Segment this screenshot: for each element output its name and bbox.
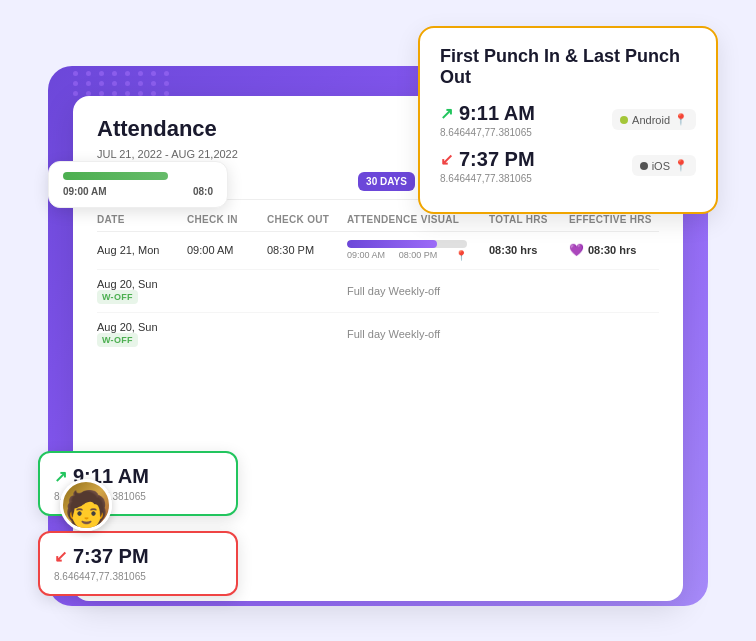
table-row: Aug 21, Mon 09:00 AM 08:30 PM 09:00 AM 0… (97, 232, 659, 270)
bottom-checkin-arrow: ↗ (54, 467, 67, 486)
row2-weekly-off: Full day Weekly-off (347, 285, 659, 297)
bar-start: 09:00 AM (347, 250, 385, 261)
location-pin-ios: 📍 (674, 159, 688, 172)
row1-date: Aug 21, Mon (97, 244, 187, 256)
col-checkout: CHECK OUT (267, 214, 347, 225)
punch-out-coords: 8.646447,77.381065 (440, 173, 535, 184)
attendance-table: DATE CHECK IN CHECK OUT ATTENDENCE VISUA… (97, 208, 659, 355)
punch-out-entry: ↙ 7:37 PM 8.646447,77.381065 iOS 📍 (440, 148, 696, 184)
android-platform: Android 📍 (612, 109, 696, 130)
punch-in-coords: 8.646447,77.381065 (440, 127, 535, 138)
ios-platform: iOS 📍 (632, 155, 696, 176)
row1-total: 08:30 hrs (489, 244, 569, 256)
ios-dot (640, 162, 648, 170)
android-dot (620, 116, 628, 124)
punch-out-time: ↙ 7:37 PM (440, 148, 535, 171)
avatar-person-icon: 🧑 (64, 492, 109, 528)
row1-checkin: 09:00 AM (187, 244, 267, 256)
punch-in-arrow: ↗ (440, 104, 453, 123)
woff-badge: W-OFF (97, 290, 138, 304)
checkin-bar (63, 172, 168, 180)
woff-badge: W-OFF (97, 333, 138, 347)
punch-in-left: ↗ 9:11 AM 8.646447,77.381065 (440, 102, 535, 138)
bar-end: 08:00 PM (399, 250, 438, 261)
dot-pattern-topleft (73, 71, 172, 96)
punch-out-arrow: ↙ (440, 150, 453, 169)
heart-icon: 💜 (569, 243, 584, 257)
bottom-checkout-arrow: ↙ (54, 547, 67, 566)
row2-date: Aug 20, Sun W-OFF (97, 278, 187, 304)
checkin-mini-popup: 09:00 AM 08:0 (48, 161, 228, 208)
bottom-punch-out-time: ↙ 7:37 PM (54, 545, 222, 568)
punch-out-left: ↙ 7:37 PM 8.646447,77.381065 (440, 148, 535, 184)
tab-30days[interactable]: 30 DAYS (358, 172, 415, 191)
bottom-punch-out-coords: 8.646447,77.381065 (54, 571, 222, 582)
col-date: DATE (97, 214, 187, 225)
avatar: 🧑 (60, 479, 112, 531)
row3-weekly-off: Full day Weekly-off (347, 328, 659, 340)
row3-date: Aug 20, Sun W-OFF (97, 321, 187, 347)
location-pin-android: 📍 (674, 113, 688, 126)
col-visual: ATTENDENCE VISUAL (347, 214, 489, 225)
col-effective: EFFECTIVE HRS (569, 214, 659, 225)
row1-visual: 09:00 AM 08:00 PM 📍 (347, 240, 467, 261)
punch-card: First Punch In & Last Punch Out ↗ 9:11 A… (418, 26, 718, 214)
checkin-start: 09:00 AM (63, 186, 107, 197)
checkin-times: 09:00 AM 08:0 (63, 186, 213, 197)
table-row: Aug 20, Sun W-OFF Full day Weekly-off (97, 313, 659, 355)
checkin-end: 08:0 (193, 186, 213, 197)
bottom-punch-out-card: ↙ 7:37 PM 8.646447,77.381065 (38, 531, 238, 596)
col-checkin: CHECK IN (187, 214, 267, 225)
row1-checkout: 08:30 PM (267, 244, 347, 256)
row1-effective: 💜 08:30 hrs (569, 243, 659, 257)
punch-in-time: ↗ 9:11 AM (440, 102, 535, 125)
punch-in-entry: ↗ 9:11 AM 8.646447,77.381065 Android 📍 (440, 102, 696, 138)
table-row: Aug 20, Sun W-OFF Full day Weekly-off (97, 270, 659, 313)
punch-card-title: First Punch In & Last Punch Out (440, 46, 696, 88)
location-icon: 📍 (455, 250, 467, 261)
col-total: TOTAL HRS (489, 214, 569, 225)
